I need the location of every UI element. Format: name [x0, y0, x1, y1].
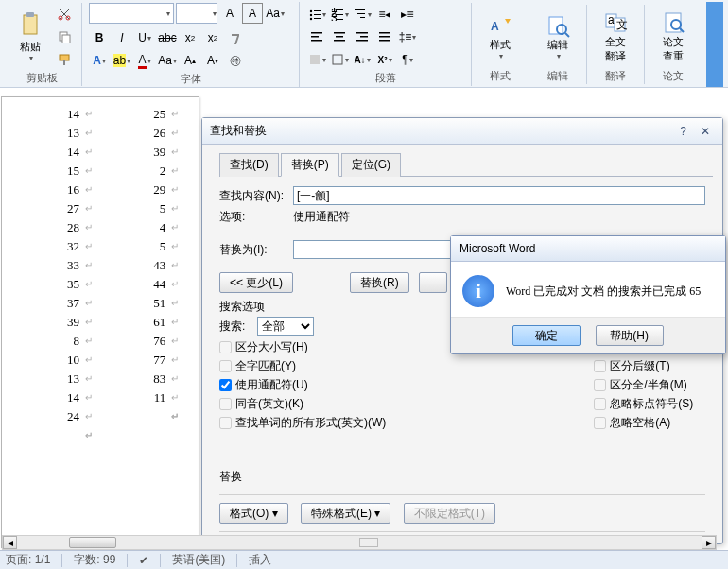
- scroll-right-icon[interactable]: ▸: [702, 536, 716, 549]
- shading-icon[interactable]: ▾: [306, 49, 327, 70]
- sort-icon[interactable]: A↓▾: [352, 49, 373, 70]
- doc-cell[interactable]: 44: [99, 275, 182, 294]
- doc-cell[interactable]: 14: [13, 105, 96, 124]
- italic-icon[interactable]: I: [112, 27, 132, 48]
- doc-cell[interactable]: 37: [13, 294, 96, 313]
- doc-cell[interactable]: 39: [99, 143, 182, 162]
- tab-find[interactable]: 查找(D): [219, 153, 279, 177]
- tabs-icon[interactable]: X²▾: [374, 49, 395, 70]
- line-spacing-icon[interactable]: ‡≡▾: [397, 26, 418, 47]
- increase-indent-icon[interactable]: ▸≡: [397, 4, 418, 25]
- doc-cell[interactable]: 5: [99, 199, 182, 218]
- doc-cell[interactable]: 5: [99, 237, 182, 256]
- doc-cell[interactable]: 10: [13, 351, 96, 370]
- chk-wholeword[interactable]: 全字匹配(Y): [219, 358, 386, 374]
- grow-font-icon[interactable]: A: [219, 3, 240, 24]
- scroll-thumb[interactable]: [69, 537, 116, 548]
- doc-cell[interactable]: 16: [13, 181, 96, 199]
- text-effects-icon[interactable]: A▾: [89, 50, 110, 71]
- doc-cell[interactable]: 14: [13, 143, 96, 162]
- sb-language[interactable]: 英语(美国): [172, 552, 225, 568]
- doc-cell[interactable]: 27: [13, 199, 96, 218]
- styles-button[interactable]: A 样式▾: [477, 9, 523, 65]
- horizontal-scrollbar[interactable]: ◂ ▸: [2, 535, 717, 550]
- highlight-icon[interactable]: ab▾: [112, 50, 132, 71]
- paste-button[interactable]: 粘贴 ▾: [8, 9, 53, 65]
- cut-icon[interactable]: [54, 4, 75, 25]
- show-marks-icon[interactable]: ¶▾: [397, 49, 418, 70]
- chk-punct[interactable]: 忽略标点符号(S): [594, 396, 693, 412]
- doc-cell[interactable]: 13: [13, 124, 96, 143]
- msgbox-help-button[interactable]: 帮助(H): [596, 325, 664, 346]
- doc-cell[interactable]: 39: [13, 313, 96, 332]
- document-page[interactable]: 141314151627283233353739810131424 252639…: [1, 96, 199, 548]
- doc-cell[interactable]: 24: [13, 407, 96, 426]
- chk-suffix[interactable]: 区分后缀(T): [594, 358, 693, 374]
- chk-soundslike[interactable]: 同音(英文)(K): [219, 396, 386, 412]
- collapse-ribbon-icon[interactable]: [706, 2, 723, 87]
- format-painter-icon[interactable]: [54, 49, 75, 70]
- decrease-indent-icon[interactable]: ≡◂: [374, 4, 395, 25]
- doc-cell[interactable]: 15: [13, 162, 96, 181]
- translate-button[interactable]: a文 全文 翻译: [593, 9, 638, 65]
- thesis-button[interactable]: 论文 查重: [650, 9, 696, 65]
- superscript-icon[interactable]: x2: [202, 27, 223, 48]
- doc-cell[interactable]: 13: [13, 370, 96, 388]
- font-name-combo[interactable]: ▾: [89, 3, 174, 24]
- justify-icon[interactable]: [374, 26, 395, 47]
- chk-wildcards[interactable]: 使用通配符(U): [219, 377, 386, 393]
- character-border-icon[interactable]: A: [242, 3, 263, 24]
- sb-proofing-icon[interactable]: ✔: [139, 554, 148, 567]
- doc-cell[interactable]: 11: [99, 388, 182, 407]
- subscript-icon[interactable]: x2: [180, 27, 200, 48]
- doc-cell[interactable]: 14: [13, 388, 96, 407]
- sb-words[interactable]: 字数: 99: [74, 552, 115, 568]
- close-icon[interactable]: ✕: [696, 125, 715, 138]
- sb-insert[interactable]: 插入: [249, 552, 271, 568]
- msgbox-titlebar[interactable]: Microsoft Word: [451, 236, 725, 262]
- chk-fullhalf[interactable]: 区分全/半角(M): [594, 377, 693, 393]
- enlarge-font-icon[interactable]: A▴: [180, 50, 200, 71]
- strikethrough-icon[interactable]: abc: [157, 27, 178, 48]
- copy-icon[interactable]: [54, 26, 75, 47]
- chk-allforms[interactable]: 查找单词的所有形式(英文)(W): [219, 415, 386, 431]
- doc-cell[interactable]: 83: [99, 370, 182, 388]
- scroll-left-icon[interactable]: ◂: [3, 536, 17, 549]
- font-size-combo[interactable]: ▾: [176, 3, 217, 24]
- align-left-icon[interactable]: [306, 26, 327, 47]
- sb-page[interactable]: 页面: 1/1: [6, 552, 50, 568]
- replace-all-button-partial[interactable]: [419, 272, 447, 293]
- doc-cell[interactable]: 33: [13, 256, 96, 275]
- tab-replace[interactable]: 替换(P): [281, 153, 339, 177]
- doc-cell[interactable]: 28: [13, 218, 96, 237]
- bullets-icon[interactable]: ▾: [306, 4, 327, 25]
- borders-icon[interactable]: ▾: [329, 49, 350, 70]
- doc-cell[interactable]: 4: [99, 218, 182, 237]
- bold-icon[interactable]: B: [89, 27, 110, 48]
- doc-cell[interactable]: 35: [13, 275, 96, 294]
- help-icon[interactable]: ?: [674, 125, 693, 138]
- doc-cell[interactable]: 61: [99, 313, 182, 332]
- chk-matchcase[interactable]: 区分大小写(H): [219, 339, 386, 355]
- doc-cell[interactable]: 51: [99, 294, 182, 313]
- doc-cell[interactable]: 8: [13, 332, 96, 351]
- multilevel-list-icon[interactable]: ▾: [352, 4, 373, 25]
- less-button[interactable]: << 更少(L): [219, 272, 293, 293]
- shrink-font-icon[interactable]: A▾: [202, 50, 223, 71]
- doc-cell[interactable]: 25: [99, 105, 182, 124]
- clear-formatting-icon[interactable]: [225, 27, 246, 48]
- change-case-icon[interactable]: Aa▾: [265, 3, 286, 24]
- dialog-titlebar[interactable]: 查找和替换 ? ✕: [202, 118, 722, 145]
- editing-button[interactable]: 编辑▾: [535, 9, 581, 65]
- doc-cell[interactable]: 2: [99, 162, 182, 181]
- doc-cell[interactable]: 76: [99, 332, 182, 351]
- doc-cell[interactable]: 29: [99, 181, 182, 199]
- numbering-icon[interactable]: 123▾: [329, 4, 350, 25]
- replace-button[interactable]: 替换(R): [350, 272, 409, 293]
- search-scope-combo[interactable]: 全部: [257, 317, 314, 336]
- format-button[interactable]: 格式(O) ▾: [219, 503, 288, 524]
- char-shading-icon[interactable]: Aa▾: [157, 50, 178, 71]
- msgbox-ok-button[interactable]: 确定: [512, 325, 581, 346]
- doc-cell[interactable]: 26: [99, 124, 182, 143]
- findwhat-input[interactable]: [293, 186, 705, 205]
